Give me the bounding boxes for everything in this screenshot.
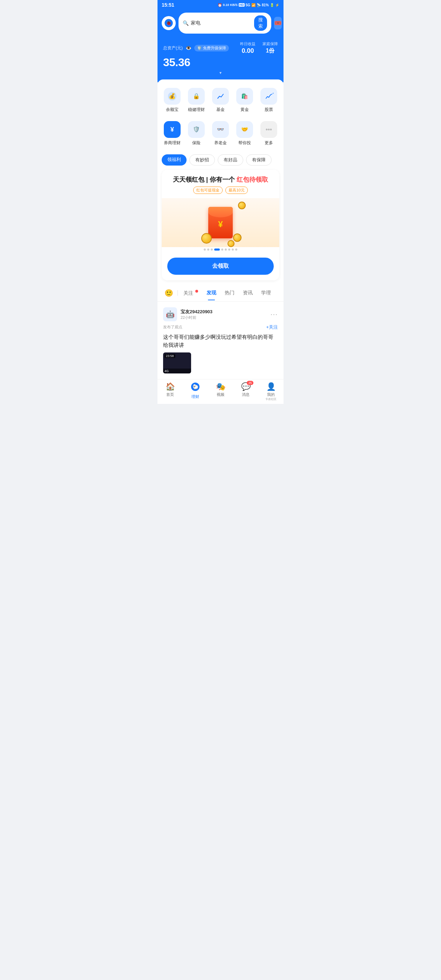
eye-icon[interactable]: 👁️ [186, 45, 191, 51]
svg-text:🔒: 🔒 [193, 93, 200, 99]
dot-1 [204, 248, 206, 251]
social-tab-news[interactable]: 资讯 [239, 286, 257, 300]
fund-icon-wrap [212, 88, 229, 105]
follow-notification-dot [195, 290, 198, 293]
dot-8 [232, 248, 234, 251]
post-username: 宝友294220903 [181, 309, 267, 315]
nav-message[interactable]: 💬 35 消息 [233, 379, 258, 404]
dot-7 [228, 248, 230, 251]
post-header: 🤖 宝友294220903 22小时前 ··· [163, 307, 278, 321]
nav-mine[interactable]: 👤 我的 卡农社区 [258, 379, 283, 404]
broker-label: 券商理财 [164, 140, 181, 146]
search-button[interactable]: 搜索 [254, 15, 267, 31]
nav-home-label: 首页 [166, 392, 174, 397]
claim-button[interactable]: 去领取 [167, 258, 274, 275]
search-input[interactable] [191, 20, 252, 26]
family-value: 1份 [263, 47, 278, 55]
smile-tab[interactable]: 🙂 [162, 285, 176, 301]
coin4 [238, 202, 246, 209]
coupon-icon: 🎟️ [274, 19, 282, 27]
nav-finance[interactable]: 🐑 理财 [183, 379, 208, 404]
svg-text:🐞: 🐞 [166, 20, 172, 26]
menu-broker[interactable]: ¥ 券商理财 [160, 118, 185, 149]
tab-row: 领福利 有妙招 有好品 有保障 [158, 151, 283, 170]
menu-insurance[interactable]: 🛡️ 保险 [185, 118, 209, 149]
yesterday-value: 0.00 [240, 47, 255, 55]
family-label: 家庭保障 [263, 41, 278, 46]
dot-9 [235, 248, 237, 251]
pension-label: 养老金 [214, 140, 227, 146]
envelope-flap [208, 207, 233, 217]
banner-image: ¥ [162, 198, 279, 247]
family-protection: 家庭保障 1份 [263, 41, 278, 55]
help-invest-label: 帮你投 [238, 140, 251, 146]
menu-more[interactable]: 更多 [256, 118, 281, 149]
svg-text:💰: 💰 [169, 93, 176, 99]
nav-video[interactable]: 🎭 视频 [208, 379, 233, 404]
social-tab-discover[interactable]: 发现 [202, 286, 221, 300]
upgrade-badge[interactable]: 🛡️ 免费升级保障 [194, 45, 229, 51]
post-action: 发布了观点 [163, 325, 182, 330]
assets-section: 总资产(元) 👁️ 🛡️ 免费升级保障 昨日收益 0.00 家庭保障 1份 35… [158, 38, 283, 82]
insurance-icon-wrap: 🛡️ [188, 121, 205, 138]
status-icons: ⏰ 0.10 KB/S HD 5G 📶 📡 81% 🔋 ⚡ [218, 3, 279, 7]
menu-yuebao[interactable]: 💰 余额宝 [160, 85, 185, 116]
banner-title-red: 红包待领取 [237, 176, 268, 183]
nav-home[interactable]: 🏠 首页 [158, 379, 183, 404]
gold-icon-wrap: 🛍️ [236, 88, 253, 105]
upgrade-label: 免费升级保障 [203, 46, 226, 51]
red-envelope: ¥ [208, 207, 233, 239]
finance-icon: 🐑 [191, 382, 200, 393]
svg-rect-6 [217, 93, 224, 100]
menu-wenjian[interactable]: 🔒 稳健理财 [185, 85, 209, 116]
wallet-icon[interactable]: 🎟️ [274, 17, 282, 29]
more-dots-icon[interactable]: ··· [271, 311, 278, 318]
menu-gold[interactable]: 🛍️ 黄金 [232, 85, 256, 116]
social-tabs: 🙂 关注 发现 热门 资讯 学理 [158, 285, 283, 302]
post-avatar[interactable]: 🤖 [163, 307, 177, 321]
dot-4-active [214, 248, 220, 251]
menu-pension[interactable]: 👓 养老金 [209, 118, 233, 149]
message-badge: 35 [247, 381, 253, 385]
community-badge: 卡农社区 [265, 397, 277, 401]
app-logo[interactable]: 🐞 [162, 16, 176, 30]
help-invest-icon-wrap: 🤝 [236, 121, 253, 138]
chevron-down-icon[interactable]: ▾ [163, 70, 278, 75]
status-bar: 15:51 ⏰ 0.10 KB/S HD 5G 📶 📡 81% 🔋 ⚡ [158, 0, 283, 10]
tab-divider [177, 290, 178, 296]
insurance-label: 保险 [192, 140, 201, 146]
post-time: 22小时前 [181, 315, 196, 320]
preview-image[interactable]: 23:58 4G [163, 352, 191, 374]
social-tab-hot[interactable]: 热门 [221, 286, 239, 300]
nav-finance-label: 理财 [191, 394, 199, 399]
tab-baozhang[interactable]: 有保障 [246, 154, 272, 165]
menu-help-invest[interactable]: 🤝 帮你投 [232, 118, 256, 149]
svg-rect-9 [265, 93, 272, 100]
social-tab-follow[interactable]: 关注 [179, 286, 202, 301]
network-speed: 0.10 KB/S [223, 3, 238, 6]
stock-icon-wrap: ↗ [260, 88, 277, 105]
tab-miaozao[interactable]: 有妙招 [189, 154, 215, 165]
menu-stock[interactable]: ↗ 股票 [256, 85, 281, 116]
5g-icon: 5G [246, 3, 250, 7]
svg-text:🐑: 🐑 [193, 384, 199, 390]
lightning-icon: ⚡ [275, 3, 279, 7]
total-assets-label: 总资产(元) [163, 45, 183, 51]
dot-6 [225, 248, 227, 251]
tab-haopin[interactable]: 有好品 [218, 154, 243, 165]
video-icon: 🎭 [216, 382, 225, 391]
banner-title: 天天领红包 | 你有一个 红包待领取 [167, 175, 274, 184]
banner-badge2: 最高10元 [225, 186, 247, 194]
menu-fund[interactable]: 基金 [209, 85, 233, 116]
tab-fulli[interactable]: 领福利 [162, 154, 186, 165]
social-tab-learn[interactable]: 学理 [257, 286, 275, 300]
yuan-symbol: ¥ [218, 220, 223, 229]
svg-text:🛡️: 🛡️ [193, 126, 200, 133]
home-icon: 🏠 [166, 382, 175, 391]
follow-button[interactable]: +关注 [266, 324, 278, 330]
svg-text:¥: ¥ [170, 126, 174, 133]
pension-icon-wrap: 👓 [212, 121, 229, 138]
search-bar[interactable]: 🔍 搜索 [178, 13, 271, 33]
yesterday-label: 昨日收益 [240, 41, 255, 46]
wenjian-label: 稳健理财 [188, 107, 205, 113]
